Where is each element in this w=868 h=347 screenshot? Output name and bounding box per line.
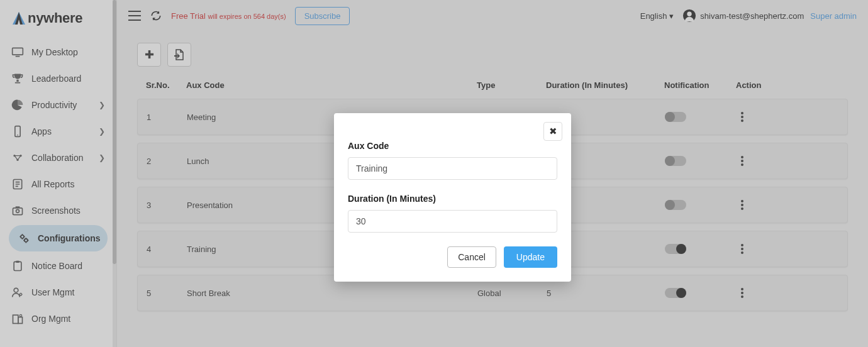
duration-label: Duration (In Minutes) bbox=[348, 194, 557, 204]
duration-input[interactable] bbox=[348, 210, 557, 233]
edit-aux-modal: ✖ Aux Code Duration (In Minutes) Cancel … bbox=[334, 113, 571, 282]
aux-code-input[interactable] bbox=[348, 157, 557, 180]
close-icon: ✖ bbox=[549, 126, 557, 137]
cancel-button[interactable]: Cancel bbox=[447, 246, 496, 268]
modal-actions: Cancel Update bbox=[348, 246, 557, 268]
update-button[interactable]: Update bbox=[504, 246, 557, 268]
modal-close-button[interactable]: ✖ bbox=[543, 122, 562, 141]
aux-code-label: Aux Code bbox=[348, 141, 557, 151]
